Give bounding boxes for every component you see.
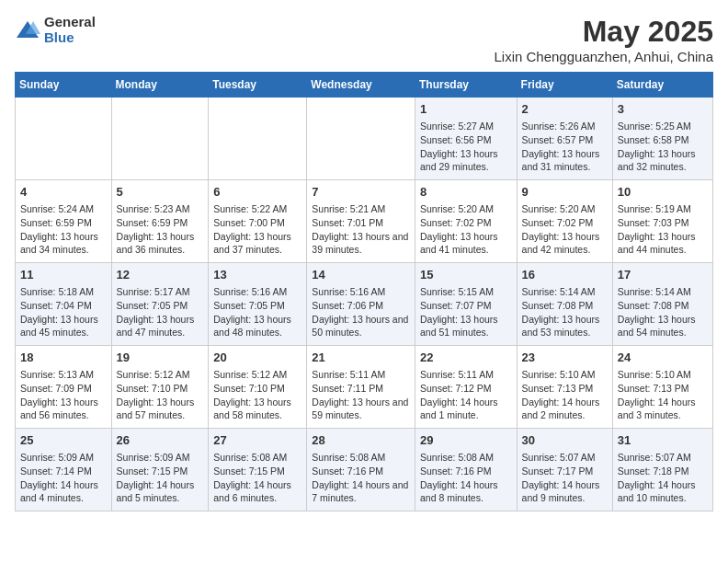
day-number: 21 bbox=[312, 350, 410, 366]
page-header: General Blue May 2025 Lixin Chengguanzhe… bbox=[15, 15, 713, 64]
day-number: 17 bbox=[618, 267, 708, 283]
week-row-1: 1Sunrise: 5:27 AMSunset: 6:56 PMDaylight… bbox=[16, 98, 713, 180]
day-number: 15 bbox=[420, 267, 512, 283]
day-info: Sunrise: 5:07 AMSunset: 7:18 PMDaylight:… bbox=[618, 451, 708, 505]
day-info: Sunrise: 5:11 AMSunset: 7:11 PMDaylight:… bbox=[312, 368, 410, 422]
calendar-cell: 6Sunrise: 5:22 AMSunset: 7:00 PMDaylight… bbox=[209, 180, 307, 263]
main-title: May 2025 bbox=[494, 15, 713, 49]
day-number: 7 bbox=[312, 184, 410, 201]
day-info: Sunrise: 5:19 AMSunset: 7:03 PMDaylight:… bbox=[618, 202, 708, 257]
logo-icon bbox=[15, 17, 40, 43]
day-info: Sunrise: 5:14 AMSunset: 7:08 PMDaylight:… bbox=[618, 285, 708, 339]
column-header-tuesday: Tuesday bbox=[209, 73, 307, 98]
logo-blue: Blue bbox=[44, 30, 96, 46]
calendar-cell: 25Sunrise: 5:09 AMSunset: 7:14 PMDayligh… bbox=[16, 429, 112, 511]
calendar-cell: 2Sunrise: 5:26 AMSunset: 6:57 PMDaylight… bbox=[517, 98, 612, 180]
calendar-cell: 21Sunrise: 5:11 AMSunset: 7:11 PMDayligh… bbox=[307, 346, 415, 429]
day-number: 9 bbox=[522, 184, 608, 201]
day-info: Sunrise: 5:09 AMSunset: 7:14 PMDaylight:… bbox=[20, 451, 107, 505]
calendar-cell: 24Sunrise: 5:10 AMSunset: 7:13 PMDayligh… bbox=[612, 346, 712, 429]
day-number: 14 bbox=[312, 267, 410, 283]
day-number: 26 bbox=[117, 432, 204, 449]
day-number: 2 bbox=[522, 101, 608, 118]
day-number: 8 bbox=[420, 184, 512, 201]
calendar-cell: 19Sunrise: 5:12 AMSunset: 7:10 PMDayligh… bbox=[111, 346, 209, 429]
day-info: Sunrise: 5:24 AMSunset: 6:59 PMDaylight:… bbox=[20, 202, 107, 257]
column-header-friday: Friday bbox=[517, 73, 612, 98]
logo-text: General Blue bbox=[44, 15, 96, 45]
column-header-wednesday: Wednesday bbox=[307, 73, 415, 98]
calendar-cell: 1Sunrise: 5:27 AMSunset: 6:56 PMDaylight… bbox=[415, 98, 517, 180]
day-number: 10 bbox=[618, 184, 708, 201]
day-info: Sunrise: 5:16 AMSunset: 7:06 PMDaylight:… bbox=[312, 285, 410, 339]
calendar-cell: 27Sunrise: 5:08 AMSunset: 7:15 PMDayligh… bbox=[209, 429, 307, 511]
calendar-cell: 11Sunrise: 5:18 AMSunset: 7:04 PMDayligh… bbox=[16, 263, 112, 346]
calendar-cell: 29Sunrise: 5:08 AMSunset: 7:16 PMDayligh… bbox=[415, 429, 517, 511]
day-info: Sunrise: 5:08 AMSunset: 7:15 PMDaylight:… bbox=[213, 451, 301, 505]
calendar-cell: 12Sunrise: 5:17 AMSunset: 7:05 PMDayligh… bbox=[111, 263, 209, 346]
calendar-cell: 14Sunrise: 5:16 AMSunset: 7:06 PMDayligh… bbox=[307, 263, 415, 346]
calendar-cell: 4Sunrise: 5:24 AMSunset: 6:59 PMDaylight… bbox=[16, 180, 112, 263]
calendar-cell: 17Sunrise: 5:14 AMSunset: 7:08 PMDayligh… bbox=[612, 263, 712, 346]
day-info: Sunrise: 5:22 AMSunset: 7:00 PMDaylight:… bbox=[213, 202, 301, 257]
week-row-3: 11Sunrise: 5:18 AMSunset: 7:04 PMDayligh… bbox=[16, 263, 713, 346]
calendar-cell: 15Sunrise: 5:15 AMSunset: 7:07 PMDayligh… bbox=[415, 263, 517, 346]
day-info: Sunrise: 5:18 AMSunset: 7:04 PMDaylight:… bbox=[20, 285, 107, 339]
day-info: Sunrise: 5:10 AMSunset: 7:13 PMDaylight:… bbox=[522, 368, 608, 422]
day-number: 3 bbox=[618, 101, 708, 118]
day-info: Sunrise: 5:20 AMSunset: 7:02 PMDaylight:… bbox=[522, 202, 608, 257]
day-number: 24 bbox=[618, 350, 708, 366]
day-number: 22 bbox=[420, 350, 512, 366]
day-number: 23 bbox=[522, 350, 608, 366]
day-info: Sunrise: 5:25 AMSunset: 6:58 PMDaylight:… bbox=[618, 120, 708, 174]
calendar-cell: 16Sunrise: 5:14 AMSunset: 7:08 PMDayligh… bbox=[517, 263, 612, 346]
calendar-cell: 13Sunrise: 5:16 AMSunset: 7:05 PMDayligh… bbox=[209, 263, 307, 346]
logo-general: General bbox=[44, 15, 96, 30]
day-number: 25 bbox=[20, 432, 107, 449]
calendar-table: SundayMondayTuesdayWednesdayThursdayFrid… bbox=[15, 72, 713, 511]
logo: General Blue bbox=[15, 15, 96, 45]
day-info: Sunrise: 5:12 AMSunset: 7:10 PMDaylight:… bbox=[117, 368, 204, 422]
calendar-cell: 10Sunrise: 5:19 AMSunset: 7:03 PMDayligh… bbox=[612, 180, 712, 263]
week-row-2: 4Sunrise: 5:24 AMSunset: 6:59 PMDaylight… bbox=[16, 180, 713, 263]
day-info: Sunrise: 5:26 AMSunset: 6:57 PMDaylight:… bbox=[522, 120, 608, 174]
day-info: Sunrise: 5:08 AMSunset: 7:16 PMDaylight:… bbox=[420, 451, 512, 505]
day-number: 4 bbox=[20, 184, 107, 201]
day-info: Sunrise: 5:13 AMSunset: 7:09 PMDaylight:… bbox=[20, 368, 107, 422]
column-header-monday: Monday bbox=[111, 73, 209, 98]
week-row-4: 18Sunrise: 5:13 AMSunset: 7:09 PMDayligh… bbox=[16, 346, 713, 429]
day-info: Sunrise: 5:21 AMSunset: 7:01 PMDaylight:… bbox=[312, 202, 410, 257]
calendar-cell: 26Sunrise: 5:09 AMSunset: 7:15 PMDayligh… bbox=[111, 429, 209, 511]
calendar-cell: 22Sunrise: 5:11 AMSunset: 7:12 PMDayligh… bbox=[415, 346, 517, 429]
calendar-cell bbox=[111, 98, 209, 180]
day-info: Sunrise: 5:17 AMSunset: 7:05 PMDaylight:… bbox=[117, 285, 204, 339]
week-row-5: 25Sunrise: 5:09 AMSunset: 7:14 PMDayligh… bbox=[16, 429, 713, 511]
calendar-cell: 7Sunrise: 5:21 AMSunset: 7:01 PMDaylight… bbox=[307, 180, 415, 263]
day-number: 29 bbox=[420, 432, 512, 449]
column-header-saturday: Saturday bbox=[612, 73, 712, 98]
day-number: 5 bbox=[117, 184, 204, 201]
day-number: 18 bbox=[20, 350, 107, 366]
title-block: May 2025 Lixin Chengguanzhen, Anhui, Chi… bbox=[494, 15, 713, 64]
day-info: Sunrise: 5:16 AMSunset: 7:05 PMDaylight:… bbox=[213, 285, 301, 339]
day-info: Sunrise: 5:10 AMSunset: 7:13 PMDaylight:… bbox=[618, 368, 708, 422]
day-number: 16 bbox=[522, 267, 608, 283]
column-header-thursday: Thursday bbox=[415, 73, 517, 98]
day-info: Sunrise: 5:14 AMSunset: 7:08 PMDaylight:… bbox=[522, 285, 608, 339]
day-number: 31 bbox=[618, 432, 708, 449]
day-number: 6 bbox=[213, 184, 301, 201]
calendar-cell: 23Sunrise: 5:10 AMSunset: 7:13 PMDayligh… bbox=[517, 346, 612, 429]
calendar-cell: 18Sunrise: 5:13 AMSunset: 7:09 PMDayligh… bbox=[16, 346, 112, 429]
day-info: Sunrise: 5:09 AMSunset: 7:15 PMDaylight:… bbox=[117, 451, 204, 505]
day-number: 13 bbox=[213, 267, 301, 283]
day-number: 19 bbox=[117, 350, 204, 366]
calendar-cell: 30Sunrise: 5:07 AMSunset: 7:17 PMDayligh… bbox=[517, 429, 612, 511]
day-number: 12 bbox=[117, 267, 204, 283]
day-info: Sunrise: 5:07 AMSunset: 7:17 PMDaylight:… bbox=[522, 451, 608, 505]
day-info: Sunrise: 5:11 AMSunset: 7:12 PMDaylight:… bbox=[420, 368, 512, 422]
calendar-cell bbox=[307, 98, 415, 180]
day-number: 28 bbox=[312, 432, 410, 449]
calendar-cell: 8Sunrise: 5:20 AMSunset: 7:02 PMDaylight… bbox=[415, 180, 517, 263]
header-row: SundayMondayTuesdayWednesdayThursdayFrid… bbox=[16, 73, 713, 98]
day-info: Sunrise: 5:27 AMSunset: 6:56 PMDaylight:… bbox=[420, 120, 512, 174]
